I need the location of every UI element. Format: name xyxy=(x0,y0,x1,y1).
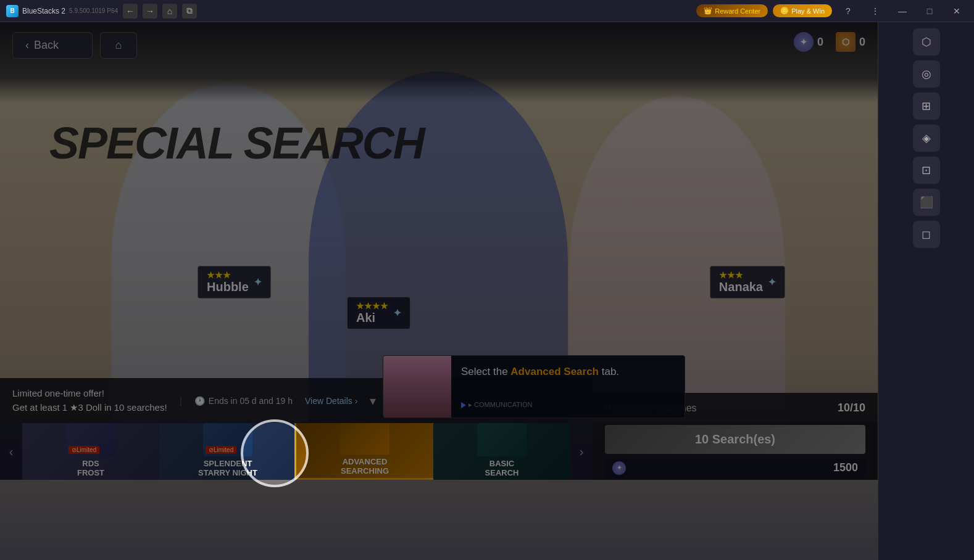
help-button[interactable]: ? xyxy=(837,0,859,22)
tab-next-button[interactable]: › xyxy=(570,423,593,480)
nanaka-name: Nanaka xyxy=(719,280,763,294)
topbar-currencies: ✦ 0 ⬡ 0 xyxy=(794,32,865,52)
right-sidebar: ⬡ ◎ ⊞ ◈ ⊡ ⬛ ◻ xyxy=(878,22,974,560)
snowflake-icon: ✦ xyxy=(794,32,814,52)
reward-center-button[interactable]: 👑 Reward Center xyxy=(696,4,768,17)
app-name: BlueStacks 2 xyxy=(22,7,65,15)
search-10-button[interactable]: 10 Search(es) xyxy=(605,425,865,454)
sidebar-icon-target[interactable]: ◎ xyxy=(913,60,940,88)
page-title: SPECIAL SEARCH xyxy=(49,118,424,168)
tutorial-avatar xyxy=(383,356,451,418)
aki-stars: ★★★★ xyxy=(356,301,388,311)
cube-icon: ⬡ xyxy=(836,32,855,52)
currency1-value: 0 xyxy=(817,36,823,49)
game-area: SPECIAL SEARCH ‹ Back ⌂ ✦ 0 ⬡ 0 ★★★ Hubb… xyxy=(0,22,878,560)
tab-splendent-thumbnail: ⊘Limited xyxy=(203,423,252,456)
cost-value: 1500 xyxy=(833,461,858,474)
sidebar-icon-square[interactable]: ⊡ xyxy=(913,157,940,184)
currency2-value: 0 xyxy=(859,36,865,49)
dropdown-arrow-icon[interactable]: ▾ xyxy=(370,393,376,408)
settings-button[interactable]: ⋮ xyxy=(864,0,886,22)
sidebar-icon-diamond[interactable]: ◈ xyxy=(913,125,940,152)
play-win-coin-icon: 🪙 xyxy=(780,7,789,15)
search-cost-row: ✦ 1500 xyxy=(605,458,865,479)
currency-snowflake: ✦ 0 xyxy=(794,32,823,52)
tab-rds-frost[interactable]: ⊘Limited RDSFROST xyxy=(22,423,159,480)
maximize-button[interactable]: □ xyxy=(918,0,941,22)
app-version: 5.9.500.1019 P64 xyxy=(69,7,118,14)
tab-basic-thumbnail xyxy=(477,423,527,456)
tab-rds-thumbnail: ⊘Limited xyxy=(66,423,115,456)
nav-forward-button[interactable]: → xyxy=(143,4,157,19)
tabs-container: ⊘Limited RDSFROST ⊘Limited SPLENDENTSTAR… xyxy=(22,423,570,480)
minimize-button[interactable]: — xyxy=(891,0,914,22)
tutorial-text-area: Select the Advanced Search tab. ▸ COMMUN… xyxy=(451,356,685,418)
hubble-stars: ★★★ xyxy=(207,270,249,280)
sidebar-icon-rect[interactable]: ◻ xyxy=(913,221,940,248)
clock-icon: 🕐 xyxy=(194,396,205,406)
tab-prev-button[interactable]: ‹ xyxy=(0,423,22,480)
game-topbar: ‹ Back ⌂ ✦ 0 ⬡ 0 xyxy=(0,22,878,102)
play-win-button[interactable]: 🪙 Play & Win xyxy=(773,4,832,17)
home-icon: ⌂ xyxy=(115,39,122,52)
sidebar-icon-grid[interactable]: ⊞ xyxy=(913,93,940,120)
aki-name: Aki xyxy=(356,311,375,324)
tab-splendent-label: SPLENDENTSTARRY NIGHT xyxy=(196,456,260,480)
offer-text: Limited one-time offer! Get at least 1 ★… xyxy=(12,387,167,414)
tutorial-footer-label: ▸ COMMUNICATION xyxy=(468,401,533,409)
timer-label: Ends in 05 d and 19 h xyxy=(209,396,293,406)
play-win-label: Play & Win xyxy=(791,7,825,15)
chevron-right-icon: › xyxy=(355,396,358,406)
tutorial-footer: ▸ COMMUNICATION xyxy=(461,401,675,409)
tutorial-highlight: Advanced Search xyxy=(510,366,599,377)
nanaka-icon: ✦ xyxy=(768,276,776,288)
offer-line2: Get at least 1 ★3 Doll in 10 searches! xyxy=(12,401,167,415)
search-button-area: 10 Search(es) ✦ 1500 xyxy=(593,423,878,480)
reward-center-label: Reward Center xyxy=(715,7,760,15)
tab-advanced-thumbnail xyxy=(340,423,389,455)
triangle-indicator xyxy=(461,402,466,408)
tab-rds-limited-badge: ⊘Limited xyxy=(69,446,99,454)
tab-splendent-starry[interactable]: ⊘Limited SPLENDENTSTARRY NIGHT xyxy=(159,423,296,480)
view-details-label: View Details xyxy=(305,396,352,406)
close-button[interactable]: ✕ xyxy=(946,0,968,22)
nav-tabs-button[interactable]: ⧉ xyxy=(182,4,197,19)
separator: | xyxy=(180,395,182,406)
tutorial-main-text: Select the Advanced Search tab. xyxy=(461,364,675,379)
nav-back-button[interactable]: ← xyxy=(123,4,138,19)
tab-rds-label: RDSFROST xyxy=(75,456,107,480)
back-label: Back xyxy=(34,39,59,52)
app-logo-icon: B xyxy=(6,5,19,17)
tutorial-avatar-image xyxy=(383,356,451,418)
sidebar-icon-layers[interactable]: ⬡ xyxy=(913,28,940,56)
sidebar-icon-block[interactable]: ⬛ xyxy=(913,189,940,216)
tutorial-popup: Select the Advanced Search tab. ▸ COMMUN… xyxy=(383,355,685,418)
aki-icon: ✦ xyxy=(393,307,401,319)
hubble-name: Hubble xyxy=(207,280,249,294)
search-tab-bar: ‹ ⊘Limited RDSFROST ⊘Limited SPLENDENTST… xyxy=(0,423,593,480)
remaining-value: 10/10 xyxy=(838,401,865,414)
reward-crown-icon: 👑 xyxy=(704,7,712,15)
cost-snowflake-icon: ✦ xyxy=(612,461,626,475)
tab-splendent-limited-badge: ⊘Limited xyxy=(206,446,236,454)
offer-line1: Limited one-time offer! xyxy=(12,387,167,401)
timer-text: 🕐 Ends in 05 d and 19 h xyxy=(194,396,293,406)
tab-advanced-label: ADVANCEDSEARCHING xyxy=(338,455,391,478)
tutorial-text-suffix: tab. xyxy=(599,366,619,377)
nav-home-button[interactable]: ⌂ xyxy=(162,4,177,19)
tab-advanced-searching[interactable]: ADVANCEDSEARCHING xyxy=(296,423,433,480)
view-details-button[interactable]: View Details › xyxy=(305,396,357,406)
back-chevron-icon: ‹ xyxy=(25,39,29,52)
back-button[interactable]: ‹ Back xyxy=(12,32,93,59)
title-bar: B BlueStacks 2 5.9.500.1019 P64 ← → ⌂ ⧉ … xyxy=(0,0,974,22)
tab-basic-search[interactable]: BASICSEARCH xyxy=(433,423,570,480)
currency-cube: ⬡ 0 xyxy=(836,32,865,52)
tutorial-text-prefix: Select the xyxy=(461,366,510,377)
tab-basic-label: BASICSEARCH xyxy=(483,456,522,480)
title-bar-left: B BlueStacks 2 5.9.500.1019 P64 ← → ⌂ ⧉ xyxy=(0,4,690,19)
app-logo: B BlueStacks 2 5.9.500.1019 P64 xyxy=(6,5,118,17)
home-button[interactable]: ⌂ xyxy=(100,32,137,59)
hubble-icon: ✦ xyxy=(254,276,262,288)
character-aki-nameplate: ★★★★ Aki ✦ xyxy=(347,297,410,329)
nanaka-stars: ★★★ xyxy=(719,270,763,280)
